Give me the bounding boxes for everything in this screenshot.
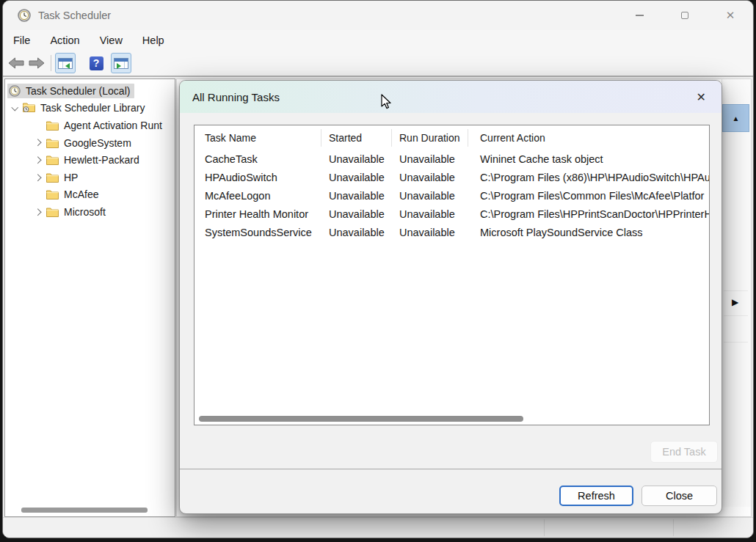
- chevron-right-icon[interactable]: [32, 140, 45, 145]
- cell-started: Unavailable: [321, 150, 392, 168]
- cell-run-duration: Unavailable: [392, 223, 468, 241]
- table-row[interactable]: SystemSoundsService Unavailable Unavaila…: [195, 223, 709, 241]
- forward-arrow-icon: [29, 57, 45, 69]
- folder-icon: [46, 138, 59, 148]
- tree-item-label: Microsoft: [64, 206, 106, 218]
- tree-item-mcafee[interactable]: McAfee: [5, 186, 175, 204]
- status-bar: [3, 517, 753, 538]
- minimize-button[interactable]: [617, 1, 662, 30]
- cell-run-duration: Unavailable: [392, 168, 468, 186]
- close-button[interactable]: ✕: [708, 1, 753, 30]
- column-header-started[interactable]: Started: [321, 129, 392, 147]
- table-scrollbar-thumb[interactable]: [199, 416, 523, 422]
- cell-run-duration: Unavailable: [392, 205, 468, 223]
- console-tree-icon: [58, 58, 73, 69]
- cell-started: Unavailable: [321, 168, 392, 186]
- folder-icon: [46, 120, 59, 131]
- cell-run-duration: Unavailable: [392, 150, 468, 168]
- expand-right-icon[interactable]: ▶: [732, 297, 738, 307]
- menu-help[interactable]: Help: [142, 34, 164, 46]
- cell-current-action: Wininet Cache task object: [468, 150, 709, 168]
- chevron-right-icon[interactable]: [32, 158, 45, 163]
- toolbar-separator: [51, 55, 51, 71]
- tree-item-googlesystem[interactable]: GoogleSystem: [5, 134, 175, 152]
- help-button[interactable]: ?: [87, 53, 105, 73]
- cell-task-name: McAfeeLogon: [195, 186, 321, 205]
- scrollbar-thumb[interactable]: [21, 508, 148, 513]
- dialog-close-icon[interactable]: ✕: [694, 89, 709, 106]
- tree-item-label: GoogleSystem: [64, 137, 131, 149]
- table-row[interactable]: McAfeeLogon Unavailable Unavailable C:\P…: [195, 186, 709, 205]
- scroll-up-button[interactable]: ▲: [722, 104, 749, 132]
- strip-divider: [724, 290, 748, 291]
- table-row[interactable]: Printer Health Monitor Unavailable Unava…: [195, 205, 709, 223]
- cell-current-action: C:\Program Files (x86)\HP\HPAudioSwitch\…: [468, 168, 709, 186]
- column-header-run-duration[interactable]: Run Duration: [392, 129, 468, 147]
- cell-task-name: HPAudioSwitch: [195, 168, 321, 186]
- tree-item-agent-activation[interactable]: Agent Activation Runt: [5, 117, 175, 134]
- cell-current-action: Microsoft PlaySoundService Class: [468, 223, 709, 241]
- menu-file[interactable]: File: [13, 34, 30, 46]
- cell-task-name: CacheTask: [195, 150, 321, 168]
- table-row[interactable]: CacheTask Unavailable Unavailable Winine…: [195, 150, 709, 168]
- column-header-current-action[interactable]: Current Action: [468, 129, 709, 147]
- maximize-button[interactable]: [662, 1, 708, 30]
- cell-started: Unavailable: [321, 223, 392, 241]
- tree-item-label: HP: [64, 172, 78, 183]
- toolbar: ?: [3, 51, 753, 77]
- forward-button[interactable]: [26, 53, 47, 73]
- folder-icon: [46, 207, 59, 217]
- cell-task-name: Printer Health Monitor: [195, 205, 321, 223]
- window-title: Task Scheduler: [38, 10, 111, 21]
- cell-started: Unavailable: [321, 205, 392, 223]
- menu-bar: File Action View Help: [3, 30, 753, 51]
- chevron-right-icon[interactable]: [32, 175, 45, 180]
- show-hide-console-tree-button[interactable]: [55, 53, 76, 73]
- close-icon: ✕: [726, 9, 735, 22]
- cell-current-action: C:\Program Files\Common Files\McAfee\Pla…: [468, 186, 709, 205]
- column-header-task-name[interactable]: Task Name: [195, 129, 321, 147]
- strip-divider: [724, 315, 748, 316]
- strip-divider: [724, 342, 748, 343]
- all-running-tasks-dialog: All Running Tasks ✕ Task Name Started Ru…: [179, 80, 722, 514]
- console-tree-panel: Task Scheduler (Local) Tas: [4, 78, 175, 517]
- cell-run-duration: Unavailable: [392, 186, 468, 205]
- dialog-close-button[interactable]: Close: [641, 486, 717, 506]
- chevron-down-icon[interactable]: [8, 106, 21, 110]
- status-divider: [544, 519, 545, 536]
- folder-icon: [46, 155, 59, 165]
- tree-item-task-scheduler-library[interactable]: Task Scheduler Library: [5, 100, 175, 117]
- end-task-button[interactable]: End Task: [650, 441, 718, 463]
- table-header-row: Task Name Started Run Duration Current A…: [195, 125, 709, 150]
- folder-clock-icon: [23, 102, 35, 114]
- tree-item-label: Task Scheduler (Local): [26, 85, 130, 97]
- tree-item-hp[interactable]: HP: [5, 169, 175, 186]
- menu-view[interactable]: View: [100, 34, 123, 46]
- tree-item-label: Hewlett-Packard: [64, 154, 139, 166]
- menu-action[interactable]: Action: [50, 34, 79, 46]
- back-arrow-icon: [8, 57, 24, 69]
- show-hide-action-pane-button[interactable]: [111, 53, 131, 73]
- folder-icon: [46, 189, 59, 199]
- table-row[interactable]: HPAudioSwitch Unavailable Unavailable C:…: [195, 168, 709, 186]
- status-divider: [673, 519, 674, 536]
- tree-item-task-scheduler-local[interactable]: Task Scheduler (Local): [5, 82, 175, 100]
- help-icon: ?: [90, 56, 103, 70]
- tree-item-label: McAfee: [64, 188, 98, 200]
- chevron-right-icon[interactable]: [32, 210, 45, 215]
- tree-horizontal-scrollbar[interactable]: [8, 508, 172, 513]
- title-bar: Task Scheduler ✕: [3, 1, 753, 30]
- maximize-icon: [681, 12, 688, 19]
- back-button[interactable]: [6, 53, 26, 73]
- dialog-title-bar[interactable]: All Running Tasks ✕: [180, 81, 722, 113]
- cell-started: Unavailable: [321, 186, 392, 205]
- tree-item-hewlett-packard[interactable]: Hewlett-Packard: [5, 151, 175, 169]
- action-pane-icon: [114, 58, 128, 69]
- running-tasks-table: Task Name Started Run Duration Current A…: [194, 125, 710, 425]
- refresh-button[interactable]: Refresh: [559, 486, 633, 506]
- tree-item-microsoft[interactable]: Microsoft: [5, 203, 175, 221]
- cell-current-action: C:\Program Files\HPPrintScanDoctor\HPPri…: [468, 205, 709, 223]
- minimize-icon: [636, 15, 644, 16]
- right-scroll-strip: ▲ ▶: [722, 79, 751, 507]
- dialog-title: All Running Tasks: [192, 91, 280, 103]
